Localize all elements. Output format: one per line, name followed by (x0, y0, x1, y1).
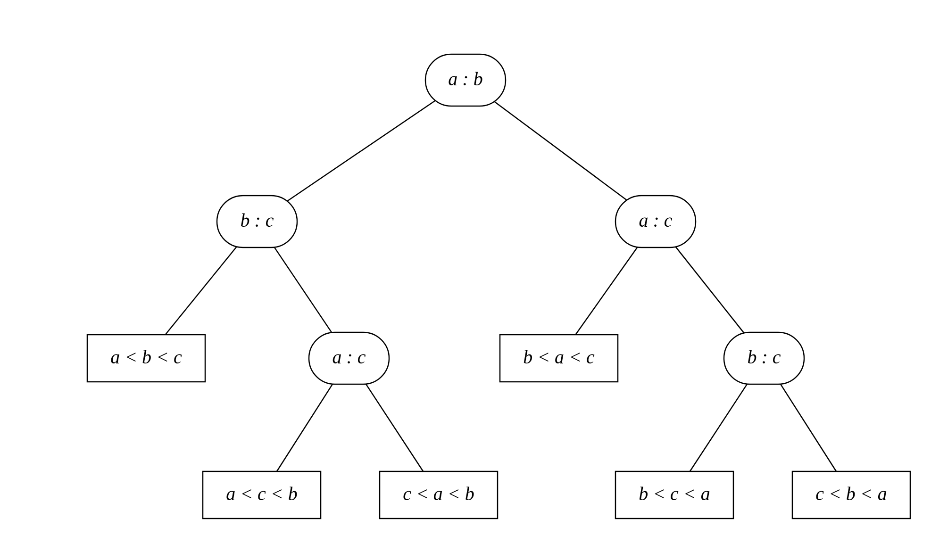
node-label: a < b < c (110, 346, 182, 368)
edge-r-rr (674, 245, 746, 335)
leaf-node-ll: a < b < c (87, 335, 205, 382)
nodes-layer: a : bb : ca : ca < b < ca : cb < a < cb … (87, 54, 910, 519)
node-label: c < a < b (403, 483, 474, 504)
node-label: b < a < c (523, 346, 595, 368)
leaf-node-lrr: c < a < b (380, 471, 498, 519)
leaf-node-lrl: a < c < b (203, 471, 321, 519)
decision-node-lr: a : c (309, 332, 389, 384)
decision-node-rr: b : c (724, 332, 804, 384)
decision-node-r: a : c (615, 196, 696, 247)
edge-l-ll (166, 245, 239, 335)
node-label: c < b < a (815, 483, 887, 504)
edge-lr-lrl (277, 382, 334, 471)
node-label: b : c (747, 346, 781, 368)
node-label: a : c (332, 346, 366, 368)
decision-tree-diagram: a : bb : ca : ca < b < ca : cb < a < cb … (0, 0, 931, 560)
edges-layer (166, 99, 837, 471)
leaf-node-rrl: b < c < a (615, 471, 733, 519)
decision-node-l: b : c (217, 196, 297, 247)
edge-root-l (285, 99, 438, 203)
node-label: b < c < a (639, 483, 710, 504)
edge-lr-lrr (365, 382, 423, 471)
edge-root-r (492, 100, 629, 202)
node-label: a : c (639, 210, 672, 231)
node-label: a < c < b (226, 483, 298, 504)
leaf-node-rrr: c < b < a (792, 471, 910, 519)
leaf-node-rl: b < a < c (500, 335, 618, 382)
edge-l-lr (273, 245, 333, 334)
decision-node-root: a : b (425, 54, 506, 106)
node-label: a : b (448, 68, 482, 90)
node-label: b : c (240, 210, 274, 231)
edge-rr-rrl (690, 382, 748, 471)
edge-r-rl (575, 245, 639, 335)
edge-rr-rrr (779, 382, 836, 471)
